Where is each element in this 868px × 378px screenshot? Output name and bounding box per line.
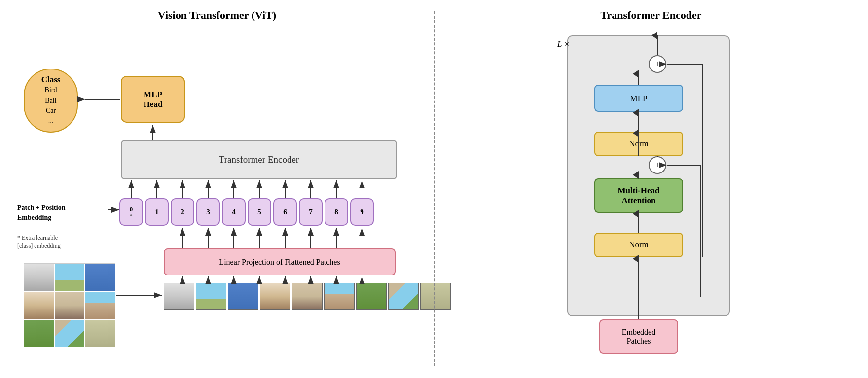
vit-diagram: Class BirdBallCar... MLPHead Transformer…	[5, 22, 429, 372]
token-1: 1	[145, 198, 169, 226]
transformer-encoder-section: Transformer Encoder L × Norm Multi-HeadA…	[434, 0, 868, 378]
patch-cell-6	[85, 292, 115, 319]
flattened-patches-row	[164, 283, 451, 310]
flat-patch-4	[260, 283, 290, 310]
te-outer-box	[567, 35, 730, 316]
flat-patch-7	[356, 283, 387, 310]
vit-title: Vision Transformer (ViT)	[158, 9, 276, 22]
te-mlp-label: MLP	[630, 94, 648, 103]
te-add1-label: +	[655, 160, 660, 171]
class-items: BirdBallCar...	[45, 85, 57, 126]
token-4: 4	[222, 198, 246, 226]
mlp-head-box: MLPHead	[121, 76, 185, 123]
te-mha-label: Multi-HeadAttention	[618, 186, 660, 206]
lx-label: L ×	[557, 39, 570, 49]
te-diagram: L × Norm Multi-HeadAttention + Norm MLP	[552, 26, 750, 361]
input-image-grid	[24, 263, 115, 347]
class-label: Class	[41, 75, 61, 85]
patch-cell-4	[24, 292, 54, 319]
token-9: 9	[350, 198, 374, 226]
te-mha-box: Multi-HeadAttention	[594, 178, 683, 213]
patch-cell-9	[85, 320, 115, 347]
patch-cell-8	[55, 320, 84, 347]
te-add1: +	[649, 156, 666, 174]
te-embedded-patches: EmbeddedPatches	[599, 319, 678, 354]
token-2: 2	[171, 198, 194, 226]
te-add2-label: +	[655, 59, 660, 69]
patch-cell-7	[24, 320, 54, 347]
token-7: 7	[299, 198, 323, 226]
transformer-encoder-box: Transformer Encoder	[121, 140, 397, 179]
vit-section: Vision Transformer (ViT) Class BirdBallC…	[0, 0, 434, 378]
mlp-head-label: MLPHead	[144, 90, 163, 109]
token-6: 6	[273, 198, 297, 226]
token-5: 5	[248, 198, 271, 226]
patch-position-label: Patch + PositionEmbedding	[17, 203, 96, 222]
te-title: Transformer Encoder	[600, 9, 701, 22]
te-mlp-box: MLP	[594, 85, 683, 112]
tokens-row: 0 * 1 2 3 4 5 6 7 8 9	[119, 198, 374, 226]
linear-proj-box: Linear Projection of Flattened Patches	[164, 248, 396, 275]
flat-patch-6	[324, 283, 355, 310]
te-norm1: Norm	[594, 233, 683, 257]
linear-proj-label: Linear Projection of Flattened Patches	[219, 258, 340, 267]
flat-patch-2	[196, 283, 226, 310]
transformer-encoder-label: Transformer Encoder	[219, 154, 299, 165]
main-diagram: Vision Transformer (ViT) Class BirdBallC…	[0, 0, 868, 378]
flat-patch-3	[228, 283, 258, 310]
te-norm2-label: Norm	[629, 139, 649, 149]
token-0: 0 *	[119, 198, 143, 226]
flat-patch-1	[164, 283, 194, 310]
patch-cell-1	[24, 264, 54, 291]
patch-cell-5	[55, 292, 84, 319]
extra-learnable-label: * Extra learnable[class] embedding	[17, 234, 106, 250]
class-output-box: Class BirdBallCar...	[24, 69, 78, 133]
flat-patch-5	[292, 283, 323, 310]
patch-cell-2	[55, 264, 84, 291]
flat-patch-8	[388, 283, 419, 310]
te-norm1-label: Norm	[629, 240, 649, 250]
token-3: 3	[196, 198, 220, 226]
token-8: 8	[325, 198, 348, 226]
te-add2: +	[649, 55, 666, 73]
te-norm2: Norm	[594, 132, 683, 156]
te-embedded-patches-label: EmbeddedPatches	[622, 328, 655, 345]
patch-cell-3	[85, 264, 115, 291]
